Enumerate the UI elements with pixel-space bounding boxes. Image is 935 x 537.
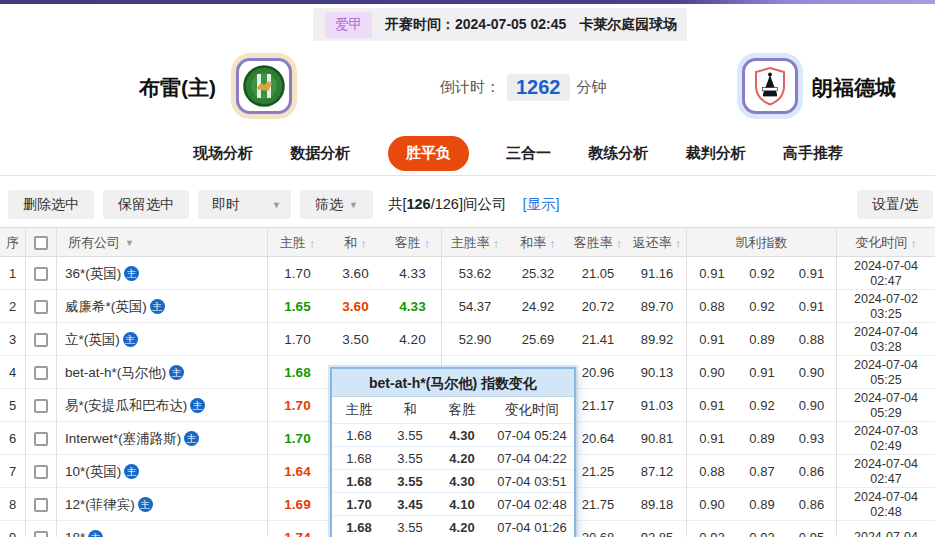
away-team-logo	[742, 58, 798, 114]
away-rate: 20.72	[568, 290, 628, 323]
tab-item[interactable]: 教练分析	[588, 144, 648, 163]
tab-item[interactable]: 三合一	[506, 144, 551, 163]
home-team-name[interactable]: 布雷(主)	[139, 74, 216, 102]
row-index: 1	[0, 257, 26, 290]
row-checkbox-cell	[26, 389, 57, 422]
header-draw-odds[interactable]: 和↑	[327, 228, 384, 258]
kelly-index: 0.93	[787, 422, 837, 455]
row-checkbox[interactable]	[34, 366, 48, 380]
main-company-icon: 主	[88, 530, 103, 537]
home-odds: 1.68	[268, 356, 327, 389]
popup-row: 1.683.554.3007-04 05:24	[332, 423, 574, 446]
chevron-down-icon: ▼	[125, 238, 134, 248]
analysis-tabs: 现场分析数据分析胜平负三合一教练分析裁判分析高手推荐	[0, 131, 935, 176]
sort-up-icon: ↑	[549, 236, 556, 251]
select-all-checkbox[interactable]	[34, 236, 48, 250]
header-away-odds[interactable]: 客胜↑	[384, 228, 442, 258]
live-odds-dropdown[interactable]: 即时 ▼	[198, 190, 291, 219]
live-odds-dropdown-label: 即时	[212, 196, 240, 214]
row-index: 8	[0, 488, 26, 521]
kelly-index: 0.88	[787, 323, 837, 356]
row-checkbox[interactable]	[34, 465, 48, 479]
row-checkbox[interactable]	[34, 333, 48, 347]
company-name[interactable]: 36*(英国)	[65, 265, 121, 283]
show-link[interactable]: [显示]	[522, 195, 559, 214]
row-checkbox[interactable]	[34, 267, 48, 281]
payout-rate: 90.13	[628, 356, 687, 389]
home-odds: 1.69	[268, 488, 327, 521]
row-checkbox-cell	[26, 323, 57, 356]
kelly-index: 0.92	[737, 257, 787, 290]
popup-home-odds: 1.68	[332, 516, 386, 537]
row-checkbox[interactable]	[34, 300, 48, 314]
header-company[interactable]: 所有公司▼	[57, 228, 268, 258]
header-home-odds[interactable]: 主胜↑	[268, 228, 327, 258]
row-checkbox-cell	[26, 488, 57, 521]
draw-rate: 24.92	[508, 290, 568, 323]
company-name[interactable]: 威廉希*(英国)	[65, 298, 147, 316]
away-team-name[interactable]: 朗福德城	[812, 74, 896, 102]
company-name[interactable]: 12*(菲律宾)	[65, 496, 135, 514]
tab-item[interactable]: 数据分析	[290, 144, 350, 163]
company-name[interactable]: Interwet*(塞浦路斯)	[65, 430, 181, 448]
popup-title: bet-at-h*(马尔他) 指数变化	[332, 369, 574, 397]
company-name[interactable]: 立*(英国)	[65, 331, 120, 349]
company-name[interactable]: bet-at-h*(马尔他)	[65, 364, 166, 382]
away-rate: 21.75	[568, 488, 628, 521]
popup-away-odds: 4.30	[434, 424, 490, 446]
row-checkbox[interactable]	[34, 531, 48, 537]
change-time: 2024-07-0302:49	[837, 422, 935, 455]
row-checkbox[interactable]	[34, 399, 48, 413]
tab-item[interactable]: 裁判分析	[686, 144, 746, 163]
company-name[interactable]: 18*	[65, 530, 85, 537]
settings-button[interactable]: 设置/选	[857, 190, 933, 219]
header-home-rate[interactable]: 主胜率↑	[442, 228, 508, 258]
company-name[interactable]: 10*(英国)	[65, 463, 121, 481]
table-row: 136*(英国)主1.703.604.3353.6225.3221.0591.1…	[0, 257, 935, 290]
popup-away-odds: 4.20	[434, 516, 490, 537]
payout-rate: 92.85	[628, 521, 687, 537]
payout-rate: 91.03	[628, 389, 687, 422]
kelly-index: 0.87	[737, 455, 787, 488]
row-checkbox[interactable]	[34, 432, 48, 446]
kelly-index: 0.88	[687, 455, 737, 488]
filter-dropdown[interactable]: 筛选 ▼	[300, 190, 373, 219]
keep-selected-button[interactable]: 保留选中	[103, 190, 189, 219]
row-checkbox-cell	[26, 521, 57, 537]
popup-home-odds: 1.68	[332, 424, 386, 446]
main-company-icon: 主	[150, 299, 165, 314]
kelly-index: 0.91	[737, 356, 787, 389]
home-odds: 1.70	[268, 323, 327, 356]
change-time: 2024-07-0203:25	[837, 290, 935, 323]
home-odds: 1.70	[268, 257, 327, 290]
header-away-rate[interactable]: 客胜率↑	[568, 228, 628, 258]
company-name[interactable]: 易*(安提瓜和巴布达)	[65, 397, 187, 415]
kelly-index: 0.89	[737, 488, 787, 521]
home-odds: 1.74	[268, 521, 327, 537]
tab-active[interactable]: 胜平负	[388, 136, 469, 171]
popup-draw-odds: 3.55	[386, 447, 434, 469]
popup-change-time: 07-04 02:48	[490, 493, 574, 515]
popup-draw-odds: 3.55	[386, 470, 434, 492]
tab-item[interactable]: 现场分析	[193, 144, 253, 163]
away-odds: 4.33	[384, 257, 442, 290]
table-row: 2威廉希*(英国)主1.653.604.3354.3724.9220.7289.…	[0, 290, 935, 323]
popup-row: 1.683.554.2007-04 04:22	[332, 446, 574, 469]
draw-rate: 25.32	[508, 257, 568, 290]
header-change-time[interactable]: 变化时间↑	[837, 228, 935, 258]
league-badge[interactable]: 爱甲	[325, 12, 372, 38]
home-team-logo	[236, 58, 292, 114]
delete-selected-button[interactable]: 删除选中	[8, 190, 94, 219]
main-company-icon: 主	[124, 464, 139, 479]
header-select-all[interactable]	[26, 228, 57, 258]
kelly-index: 0.89	[737, 422, 787, 455]
header-payout[interactable]: 返还率↑	[628, 228, 687, 258]
tab-item[interactable]: 高手推荐	[783, 144, 843, 163]
header-kelly: 凯利指数	[687, 228, 837, 258]
company-cell: 36*(英国)主	[57, 257, 268, 290]
row-checkbox[interactable]	[34, 498, 48, 512]
header-draw-rate[interactable]: 和率↑	[508, 228, 568, 258]
change-time: 2024-07-0405:29	[837, 389, 935, 422]
away-rate: 21.17	[568, 389, 628, 422]
sort-up-icon: ↑	[910, 236, 917, 251]
